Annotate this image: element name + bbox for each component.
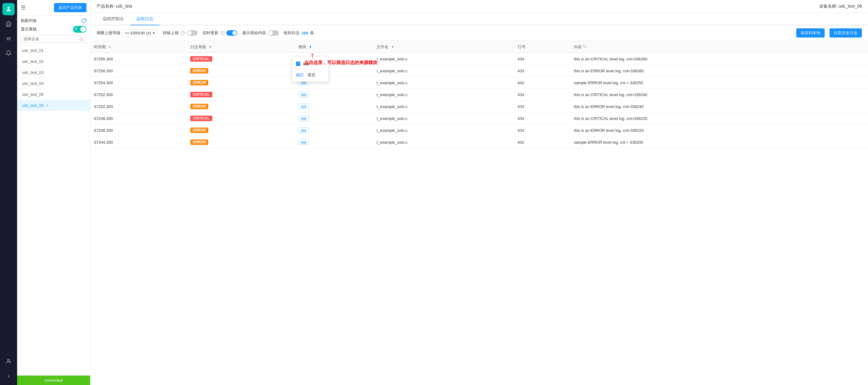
device-item[interactable]: udc_test_04 (17, 78, 90, 89)
device-list: udc_test_01 udc_test_02 udc_test_03 udc_… (17, 45, 90, 376)
adjust-level-item: 调整上报等级 <= ERROR (4) ▼ (96, 29, 158, 37)
filter-module-icon[interactable]: ▼ (309, 45, 312, 49)
cell-filename: t_example_solo.c (373, 112, 514, 125)
module-tag: app (299, 104, 309, 109)
menu-icon[interactable]: ☰ (21, 4, 26, 11)
cell-level: CRITICAL (187, 112, 295, 125)
realtime-toggle[interactable] (226, 30, 237, 36)
table-header-row: 时间戳 ⇅ 日志等级 ▼ 模块 ▼ 文件名 ▼ (90, 41, 868, 53)
device-item[interactable]: udc_test_03 (17, 67, 90, 78)
sidebar-item-home[interactable] (2, 18, 15, 30)
device-item[interactable]: udc_test_05 (17, 89, 90, 100)
refresh-icon[interactable] (81, 18, 87, 24)
search-input[interactable] (24, 37, 78, 41)
sort-timestamp-icon[interactable]: ⇅ (108, 45, 111, 49)
cell-filename: t_example_solo.c (373, 89, 514, 101)
table-body: 67256.300 CRITICAL app t_example_solo.c … (90, 53, 868, 148)
fetch-button[interactable]: 拉取历史日志 (830, 28, 862, 37)
level-select[interactable]: <= ERROR (4) ▼ (122, 29, 158, 37)
sidebar-item-bell[interactable] (2, 47, 15, 59)
cell-level: ERROR (187, 136, 295, 148)
module-tag: app (299, 128, 309, 133)
cell-timestamp: 67248.300 (90, 125, 187, 136)
back-button[interactable]: 返回产品列表 (54, 3, 87, 12)
filter-popup: ✓ app 确定 重置 (292, 56, 329, 82)
cell-filename: t_example_solo.c (373, 53, 514, 65)
level-badge-critical: CRITICAL (190, 56, 212, 62)
refresh-label: 刷新列表 (21, 18, 37, 24)
left-panel-header: ☰ 返回产品列表 (17, 0, 90, 15)
cell-level: CRITICAL (187, 53, 295, 65)
cell-content: this is an ERROR level log, cnt=336260 (570, 65, 868, 77)
received-label: 收到日志 (284, 30, 300, 36)
table-row: 67244.300 ERROR app t_example_solo.c 442… (90, 136, 868, 148)
sidebar-item-person[interactable] (2, 3, 15, 15)
received-unit: 条 (310, 30, 314, 36)
realtime-help-icon[interactable]: ? (220, 31, 224, 35)
th-module: 模块 ▼ (295, 41, 373, 53)
log-table: 时间戳 ⇅ 日志等级 ▼ 模块 ▼ 文件名 ▼ (90, 41, 868, 148)
show-raw-toggle[interactable] (268, 30, 279, 36)
toolbar: 调整上报等级 <= ERROR (4) ▼ 持续上报 ? 实时更新 ? 显示原始… (90, 25, 868, 41)
tab-remote-control[interactable]: 远程控制台 (96, 13, 130, 25)
sidebar-item-user-bottom[interactable] (2, 355, 15, 367)
cell-level: ERROR (187, 65, 295, 77)
continuous-label: 持续上报 (163, 30, 179, 36)
level-badge-error: ERROR (190, 68, 208, 73)
cell-content: this is an ERROR level log, cnt=336220 (570, 125, 868, 136)
received-count: 268 (302, 31, 308, 35)
search-icon (80, 37, 84, 41)
cell-timestamp: 67252.300 (90, 101, 187, 112)
content-search-icon[interactable] (583, 44, 587, 49)
filter-filename-icon[interactable]: ▼ (391, 45, 395, 49)
connection-status: connected (17, 376, 90, 385)
device-item[interactable]: udc_test_01 (17, 45, 90, 56)
filter-popup-actions: 确定 重置 (296, 70, 325, 78)
filter-level-icon[interactable]: ▼ (209, 45, 212, 49)
cell-level: ERROR (187, 101, 295, 112)
cell-module: app (295, 112, 373, 125)
table-row: 67252.300 CRITICAL app t_example_solo.c … (90, 89, 868, 101)
cell-content: this is an ERROR level log, cnt=336240 (570, 101, 868, 112)
cell-timestamp: 67244.300 (90, 136, 187, 148)
table-row: 67254.300 ERROR app t_example_solo.c 442… (90, 77, 868, 89)
cell-timestamp: 67254.300 (90, 77, 187, 89)
sidebar-item-bug[interactable] (2, 32, 15, 44)
continuous-toggle[interactable] (187, 30, 197, 36)
cell-line: 442 (514, 136, 570, 148)
table-row: 67252.300 ERROR app t_example_solo.c 433… (90, 101, 868, 112)
level-badge-critical: CRITICAL (190, 116, 212, 121)
show-raw-label: 显示原始内容 (242, 30, 266, 36)
product-name: 产品名称: udc_test (96, 4, 132, 9)
show-offline-toggle[interactable]: 开 (73, 26, 87, 33)
device-item-active[interactable]: udc_test_06 ✓ (17, 100, 90, 111)
checkbox-app[interactable]: ✓ (296, 62, 300, 66)
tab-remote-log[interactable]: 远程日志 (130, 13, 159, 25)
cell-module: app (295, 125, 373, 136)
toggle-state-label: 开 (74, 27, 78, 31)
table-row: 67248.300 ERROR app t_example_solo.c 433… (90, 125, 868, 136)
cell-filename: t_example_solo.c (373, 125, 514, 136)
cell-content: this is an CRITICAL level log, cnt=33624… (570, 89, 868, 101)
cell-level: CRITICAL (187, 89, 295, 101)
show-offline-label: 显示离线 (21, 27, 37, 32)
cell-filename: t_example_solo.c (373, 65, 514, 77)
cell-level: ERROR (187, 125, 295, 136)
device-item[interactable]: udc_test_02 (17, 56, 90, 67)
filter-reset-button[interactable]: 重置 (308, 72, 315, 78)
cell-filename: t_example_solo.c (373, 136, 514, 148)
continuous-help-icon[interactable]: ? (181, 31, 185, 35)
save-button[interactable]: 保存到本地 (796, 28, 825, 37)
cell-line: 434 (514, 89, 570, 101)
filter-confirm-button[interactable]: 确定 (296, 72, 304, 78)
filter-popup-item-app[interactable]: ✓ app (296, 60, 325, 67)
cell-module: app (295, 101, 373, 112)
cell-level: ERROR (187, 77, 295, 89)
main-header: 产品名称: udc_test 设备名称: udc_test_06 (90, 0, 868, 13)
svg-line-4 (83, 40, 83, 41)
th-timestamp: 时间戳 ⇅ (90, 41, 187, 53)
cell-timestamp: 67248.300 (90, 112, 187, 125)
sidebar-item-expand[interactable]: › (2, 370, 15, 382)
cell-timestamp: 67256.300 (90, 53, 187, 65)
left-panel-actions: 刷新列表 显示离线 开 (17, 15, 90, 45)
